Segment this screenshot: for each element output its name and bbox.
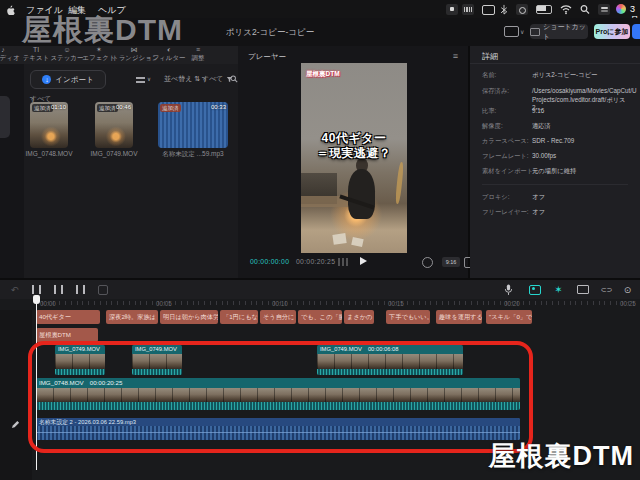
status-switch-icon[interactable] [598, 4, 610, 15]
player-menu-icon[interactable]: ≡ [453, 51, 458, 61]
timeline-toolbar: ↶ ✶ ⊂⊃ ⊙ [0, 280, 640, 299]
media-item-video-2[interactable]: 追加済 00:46 [95, 102, 133, 148]
detail-label: 解像度: [482, 122, 503, 131]
media-item-video-1[interactable]: 追加済 01:10 [30, 102, 68, 148]
text-clip[interactable]: 趣味を運用する。 [436, 310, 482, 324]
ruler-label: 00:05 [156, 300, 172, 307]
media-search-icon[interactable] [230, 75, 238, 83]
adjust-icon: ≡ [184, 46, 212, 54]
siri-icon[interactable] [616, 4, 626, 14]
player-controls: 00:00:00:00 00:00:20:25 9:16 [238, 254, 468, 270]
import-download-icon: ↓ [42, 75, 51, 84]
sort-icon: ⇅ [194, 75, 200, 83]
ratio-button[interactable]: 9:16 [442, 257, 460, 267]
overlay-video-clip[interactable]: IMG_0749.MOV [132, 345, 182, 375]
sort-button[interactable]: 並べ替え ⇅ [164, 72, 200, 86]
bluetooth-icon[interactable] [500, 4, 508, 15]
ruler-label: 00:10 [272, 300, 288, 307]
details-panel: 詳細 名前: ポリス2-コピー-コピー 保存済み: /Users/oosakiy… [470, 46, 640, 278]
video-brand-text: 屋根裏DTM [306, 70, 340, 79]
split-right-icon[interactable] [74, 283, 87, 296]
filter-button[interactable]: すべて [202, 72, 233, 86]
audio-clip[interactable]: 名称未設定 2 - 2026.03.06 22.59.mp3 [36, 418, 520, 440]
media-item-audio[interactable]: 追加済 00:33 [158, 102, 228, 148]
grid-view-icon [136, 75, 145, 83]
text-clip[interactable]: "スキル「0」でも [486, 310, 532, 324]
current-time: 00:00:00:00 [250, 258, 289, 265]
watermark-top-left: 屋根裏DTM [22, 10, 183, 51]
undo-icon[interactable]: ↶ [8, 283, 21, 296]
main-video-clip[interactable]: IMG_0748.MOV00:00:20:25 [36, 378, 520, 410]
media-panel: ↓ インポート ∨ 並べ替え ⇅ すべて すべて 追加済 01:10 IMG_0… [0, 64, 240, 278]
total-duration: 00:00:20:25 [296, 258, 335, 265]
text-clip[interactable]: そう自分に [260, 310, 296, 324]
text-clip[interactable]: 深夜2時。家族は [106, 310, 158, 324]
playhead-line[interactable] [36, 296, 37, 470]
media-nav-selected[interactable] [0, 96, 10, 138]
snap-icon[interactable]: ⊙ [621, 283, 634, 296]
text-clip[interactable]: 下手でもいい。 [386, 310, 430, 324]
media-item-name: 名称未設定 ...59.mp3 [153, 150, 233, 159]
detail-value-colorspace: SDR - Rec.709 [532, 137, 636, 146]
detail-label: 素材をインポート: [482, 167, 535, 176]
play-button[interactable] [360, 257, 367, 265]
text-clip[interactable]: 「1円にもならない [220, 310, 258, 324]
detail-value-freelayer: オフ [532, 208, 636, 217]
smart-tool-icon[interactable]: ✶ [552, 283, 565, 296]
join-pro-button[interactable]: Proに参加 [594, 24, 630, 39]
layout-icon[interactable] [504, 26, 519, 37]
detail-value-name: ポリス2-コピー-コピー [532, 71, 636, 80]
search-icon[interactable] [580, 4, 590, 15]
text-clip[interactable]: まさかの [344, 310, 374, 324]
import-button[interactable]: ↓ インポート [30, 70, 106, 89]
subtitle-icon[interactable] [576, 283, 589, 296]
detail-label: 保存済み: [482, 87, 509, 96]
text-clip[interactable]: 40代ギター [36, 310, 100, 324]
video-caption: 40代ギター ＝現実逃避？ [301, 131, 407, 161]
keyboard-icon [530, 28, 540, 36]
view-mode-button[interactable]: ∨ [136, 72, 151, 86]
timeline-ruler[interactable]: 00:00 00:05 00:10 00:15 00:20 00:25 [32, 299, 640, 310]
status-app-icon[interactable] [446, 4, 458, 15]
detail-label: 名前: [482, 71, 496, 80]
media-item-name: IMG_0749.MOV [79, 150, 149, 157]
audio-record-icon[interactable] [528, 283, 541, 296]
tab-audio[interactable]: ♪オーディオ [0, 46, 20, 62]
details-title: 詳細 [482, 51, 498, 62]
layout-caret-icon[interactable]: ∨ [520, 28, 524, 35]
marker-icon[interactable] [636, 283, 640, 296]
video-preview[interactable]: 屋根裏DTM 40代ギター ＝現実逃避？ [301, 63, 407, 253]
ruler-label: 00:00 [40, 300, 56, 307]
detail-label: 比率: [482, 107, 496, 116]
edit-pencil-icon[interactable] [11, 420, 20, 429]
scene-person [348, 169, 376, 218]
playhead-handle[interactable] [33, 295, 40, 304]
delete-icon[interactable] [96, 283, 109, 296]
status-display-icon[interactable] [482, 5, 495, 15]
wifi-icon[interactable] [560, 4, 572, 15]
text-clip[interactable]: でも、この「腕」 [298, 310, 342, 324]
capcut-app: ファイル 編集 ヘルプ 3月7 ポリス2-コピー-コピー ∨ ショートカット P… [0, 0, 640, 480]
overlay-video-clip[interactable]: IMG_0749.MOV00:00:06:08 [317, 345, 463, 375]
link-icon[interactable]: ⊂⊃ [600, 283, 613, 296]
detail-label: フレームレート: [482, 152, 529, 161]
fit-frame-icon[interactable] [422, 257, 433, 268]
scene-paper [332, 233, 346, 244]
tab-adjust[interactable]: ≡調整 [184, 46, 212, 62]
preview-quality-icon[interactable] [338, 258, 348, 266]
detail-label: カラースペース: [482, 137, 529, 146]
text-clip[interactable]: 明日は朝から肉体労働 [160, 310, 218, 324]
mic-icon[interactable] [504, 284, 513, 296]
watermark-bottom-right: 屋根裏DTM [489, 438, 634, 474]
scene-paper [351, 237, 363, 247]
export-button[interactable] [632, 24, 640, 39]
shortcut-button[interactable]: ショートカット [530, 24, 588, 39]
split-left-icon[interactable] [52, 283, 65, 296]
overlay-video-clip[interactable]: IMG_0749.MOV [55, 345, 105, 375]
status-camera-icon[interactable] [516, 4, 528, 15]
apple-icon[interactable] [4, 4, 16, 15]
ruler-label: 00:25 [620, 300, 636, 307]
brand-text-clip[interactable]: 屋根裏DTM [36, 328, 98, 342]
added-badge: 追加済 [160, 104, 181, 112]
status-keyboard-icon[interactable] [462, 4, 474, 15]
